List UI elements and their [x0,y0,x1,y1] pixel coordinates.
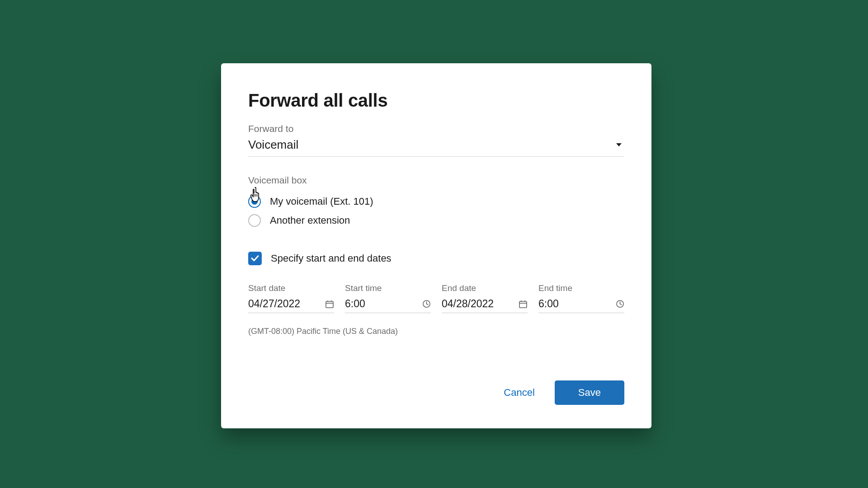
radio-icon [248,214,261,227]
end-time-label: End time [538,283,624,293]
calendar-icon [519,300,528,309]
forward-calls-dialog: Forward all calls Forward to Voicemail V… [221,63,651,428]
start-date-field: Start date 04/27/2022 [248,283,334,313]
timezone-text: (GMT-08:00) Pacific Time (US & Canada) [248,327,624,336]
voicemail-box-label: Voicemail box [248,175,624,186]
checkbox-checked-icon [248,252,262,265]
start-time-field: Start time 6:00 [345,283,431,313]
clock-icon [616,300,624,308]
voicemail-box-radio-group: My voicemail (Ext. 101) Another extensio… [248,192,624,230]
caret-down-icon [616,143,622,146]
calendar-icon [325,300,334,309]
svg-rect-5 [519,301,527,308]
forward-to-select[interactable]: Voicemail [248,136,624,157]
start-date-input[interactable]: 04/27/2022 [248,295,334,313]
start-date-label: Start date [248,283,334,293]
end-date-label: End date [442,283,528,293]
end-date-value: 04/28/2022 [442,298,494,310]
dialog-title: Forward all calls [248,90,624,111]
dialog-actions: Cancel Save [504,380,624,405]
clock-icon [422,300,431,308]
start-date-value: 04/27/2022 [248,298,300,310]
radio-another-extension[interactable]: Another extension [248,211,624,230]
specify-dates-checkbox[interactable]: Specify start and end dates [248,252,624,265]
forward-to-label: Forward to [248,123,624,134]
end-time-value: 6:00 [538,298,559,310]
radio-my-voicemail[interactable]: My voicemail (Ext. 101) [248,192,624,211]
end-date-input[interactable]: 04/28/2022 [442,295,528,313]
end-time-input[interactable]: 6:00 [538,295,624,313]
svg-rect-0 [326,301,333,308]
end-time-field: End time 6:00 [538,283,624,313]
start-time-value: 6:00 [345,298,365,310]
forward-to-field: Forward to Voicemail [248,123,624,157]
save-button[interactable]: Save [555,380,624,405]
dates-row: Start date 04/27/2022 Start time 6:00 En… [248,283,624,313]
start-time-input[interactable]: 6:00 [345,295,431,313]
start-time-label: Start time [345,283,431,293]
radio-icon [248,195,261,208]
radio-label: Another extension [270,215,350,226]
end-date-field: End date 04/28/2022 [442,283,528,313]
forward-to-value: Voicemail [248,138,298,152]
cancel-button[interactable]: Cancel [504,387,534,399]
radio-label: My voicemail (Ext. 101) [270,196,373,207]
specify-dates-label: Specify start and end dates [271,253,392,264]
voicemail-box-section: Voicemail box My voicemail (Ext. 101) An… [248,175,624,230]
